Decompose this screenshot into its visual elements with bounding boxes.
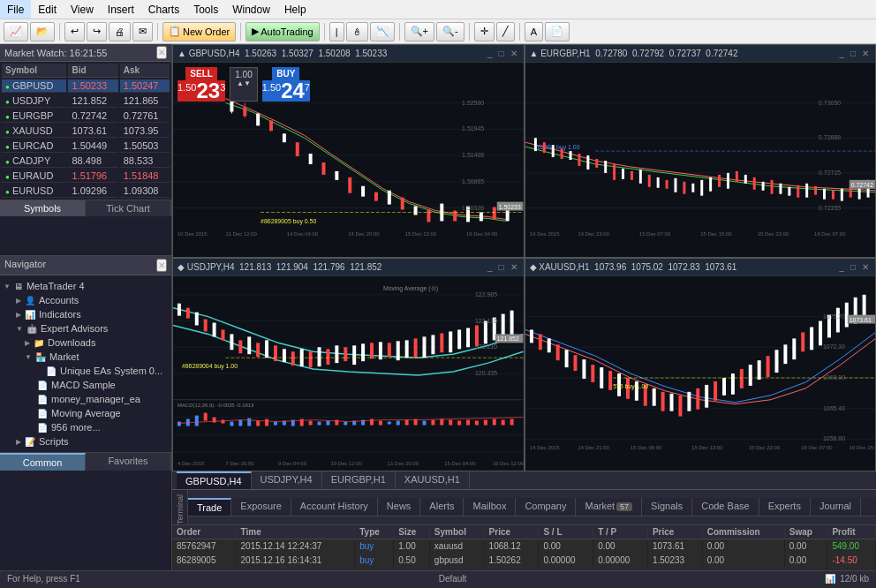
market-watch-close[interactable]: ✕ [156, 46, 167, 59]
crosshair-button[interactable]: ✛ [474, 22, 495, 41]
term-tab-company[interactable]: Company [516, 498, 576, 516]
table-row[interactable]: 86289005 2015.12.16 16:14:31 buy 0.50 gb… [172, 554, 876, 568]
chart-minimize-usdjpy[interactable]: _ [486, 262, 495, 272]
menu-tools[interactable]: Tools [186, 0, 225, 19]
chart-minimize-xauusd[interactable]: _ [837, 262, 846, 272]
chart-body-usdjpy[interactable]: #86289004 buy 1.00 Moving Average (⊙) 12… [173, 276, 524, 471]
menu-charts[interactable]: Charts [141, 0, 186, 19]
menu-file[interactable]: File [0, 0, 31, 19]
chart-minimize-eurgbp[interactable]: _ [837, 49, 846, 58]
mw-tab-tick[interactable]: Tick Chart [86, 200, 171, 216]
term-tab-trade[interactable]: Trade [188, 498, 231, 516]
chart-maximize-usdjpy[interactable]: □ [496, 262, 505, 272]
nav-tree-item[interactable]: ▼ 🤖 Expert Advisors [4, 321, 168, 335]
market-watch-row[interactable]: ● GBPUSD 1.50233 1.50247 [2, 79, 170, 93]
term-tab-signals[interactable]: Signals [642, 498, 692, 516]
line-tool-button[interactable]: ╱ [496, 22, 515, 41]
print-button[interactable]: 🖨 [109, 22, 131, 41]
chart-close-eurgbp[interactable]: ✕ [860, 49, 871, 58]
market-watch-row[interactable]: ● EURAUD 1.51796 1.51848 [2, 170, 170, 183]
chart-maximize-eurgbp[interactable]: □ [849, 49, 857, 58]
nav-tab-common[interactable]: Common [0, 453, 86, 471]
menu-edit[interactable]: Edit [31, 0, 64, 19]
chart-body-eurgbp[interactable]: #62951 buy 1.00 [525, 63, 876, 257]
term-tab-market[interactable]: Market57 [576, 498, 642, 516]
svg-text:14 Dec 2015: 14 Dec 2015 [529, 445, 559, 450]
table-row[interactable]: 86289414 2015.12.16 16:16:02 buy 0.50 us… [172, 568, 876, 570]
email-button[interactable]: ✉ [132, 22, 153, 41]
text-button[interactable]: A [525, 22, 543, 41]
market-watch-row[interactable]: ● XAUUSD 1073.61 1073.95 [2, 124, 170, 138]
term-tab-codebase[interactable]: Code Base [692, 498, 759, 516]
nav-tree-item[interactable]: ▶ 👤 Accounts [4, 293, 168, 307]
nav-tree-item[interactable]: 📄 MACD Sample [4, 378, 168, 392]
new-order-button[interactable]: 📋 New Order [162, 22, 236, 41]
dot-icon: ● [5, 173, 10, 181]
zoom-out-button[interactable]: 🔍- [436, 22, 464, 41]
term-tab-experts[interactable]: Experts [759, 498, 811, 516]
term-tab-news[interactable]: News [378, 498, 421, 516]
lot-arrows[interactable]: ▲▼ [237, 79, 251, 87]
redo-button[interactable]: ↪ [87, 22, 107, 41]
nav-tree-item[interactable]: ▶ 📝 Scripts [4, 434, 168, 449]
chart-maximize-gbpusd[interactable]: □ [496, 49, 505, 58]
nav-tree-item[interactable]: 📄 Unique EAs System 0... [4, 364, 168, 378]
term-tab-mailbox[interactable]: Mailbox [464, 498, 516, 516]
svg-rect-136 [414, 338, 418, 358]
chart-close-usdjpy[interactable]: ✕ [509, 262, 519, 272]
chart-close-gbpusd[interactable]: ✕ [509, 49, 519, 58]
term-tab-journal[interactable]: Journal [811, 498, 861, 516]
mw-tab-symbols[interactable]: Symbols [0, 200, 86, 216]
nav-tree-item[interactable]: 📄 Moving Average [4, 406, 168, 420]
term-tab-account[interactable]: Account History [291, 498, 378, 516]
svg-rect-14 [322, 162, 326, 175]
svg-text:9 Dec 04:00: 9 Dec 04:00 [278, 461, 307, 466]
chart-body-xauusd[interactable]: 575 buy 1.00 1073.61 1075.70 1072.30 106… [525, 276, 876, 471]
mw-bid: 1.50449 [68, 139, 117, 153]
market-watch-row[interactable]: ● EURGBP 0.72742 0.72761 [2, 109, 170, 123]
term-tab-alerts[interactable]: Alerts [420, 498, 464, 516]
svg-rect-139 [440, 333, 443, 352]
svg-text:122.985: 122.985 [475, 291, 497, 298]
nav-tree-item[interactable]: ▶ 📁 Downloads [4, 335, 168, 350]
chart-tab-xauusd[interactable]: XAUUSD,H1 [396, 471, 470, 489]
new-chart-button[interactable]: 📈 [4, 22, 28, 41]
candle-button[interactable]: 🕯 [346, 22, 368, 41]
table-row[interactable]: 85762947 2015.12.14 12:24:37 buy 1.00 xa… [172, 539, 876, 554]
chart-maximize-xauusd[interactable]: □ [849, 262, 857, 272]
menu-window[interactable]: Window [225, 0, 277, 19]
chart-minimize-gbpusd[interactable]: _ [486, 49, 495, 58]
nav-tree-item[interactable]: ▼ 🏪 Market [4, 350, 168, 364]
svg-text:120.335: 120.335 [475, 370, 497, 376]
mw-symbol: ● EURAUD [2, 170, 66, 183]
market-watch-row[interactable]: ● CADJPY 88.498 88.533 [2, 155, 170, 168]
chart-tab-eurgbp[interactable]: EURGBP,H1 [322, 471, 396, 489]
nav-tree-item[interactable]: 📄 money_manager_ea [4, 392, 168, 406]
menu-help[interactable]: Help [277, 0, 313, 19]
zoom-in-button[interactable]: 🔍+ [404, 22, 434, 41]
autotrading-button[interactable]: ▶ AutoTrading [245, 22, 320, 41]
line-button[interactable]: 📉 [370, 22, 395, 41]
chart-body-gbpusd[interactable]: SELL 1.50 23 3 1.00 ▲▼ BUY [173, 63, 524, 257]
templates-button[interactable]: 📄 [545, 22, 570, 41]
nav-tree-item[interactable]: ▶ 📊 Indicators [4, 307, 168, 321]
market-watch-row[interactable]: ● USDJPY 121.852 121.865 [2, 94, 170, 108]
nav-tab-favorites[interactable]: Favorites [86, 453, 171, 471]
dot-icon: ● [5, 128, 10, 136]
svg-text:0.72355: 0.72355 [819, 205, 841, 211]
menu-insert[interactable]: Insert [101, 0, 141, 19]
bar-chart-button[interactable]: | [329, 22, 344, 41]
terminal-tabs: Trade Exposure Account History News Aler… [188, 498, 876, 516]
chart-close-xauusd[interactable]: ✕ [860, 262, 871, 272]
navigator-close[interactable]: ✕ [156, 259, 167, 272]
market-watch-row[interactable]: ● EURUSD 1.09296 1.09308 [2, 185, 170, 198]
open-button[interactable]: 📂 [30, 22, 55, 41]
undo-button[interactable]: ↩ [64, 22, 85, 41]
nav-tree-item[interactable]: 📄 956 more... [4, 420, 168, 434]
chart-tab-usdjpy[interactable]: USDJPY,H4 [252, 471, 322, 489]
market-watch-row[interactable]: ● EURCAD 1.50449 1.50503 [2, 139, 170, 153]
chart-tab-gbpusd[interactable]: GBPUSD,H4 [177, 471, 252, 489]
menu-view[interactable]: View [64, 0, 101, 19]
term-tab-exposure[interactable]: Exposure [231, 498, 291, 516]
nav-tree-item[interactable]: ▼ 🖥 MetaTrader 4 [4, 279, 168, 293]
